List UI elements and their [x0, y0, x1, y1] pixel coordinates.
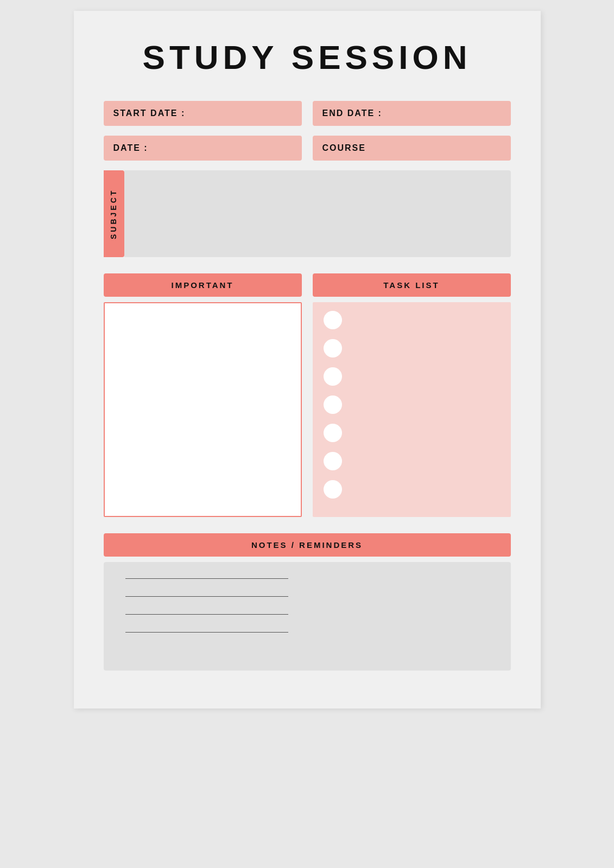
study-session-page: STUDY SESSION START DATE : END DATE : DA…: [74, 11, 541, 709]
subject-section: SUBJECT: [104, 170, 511, 257]
date-row-1: START DATE : END DATE :: [104, 101, 511, 126]
task-item[interactable]: [324, 311, 502, 329]
bottom-sections: IMPORTANT TASK LIST: [104, 273, 511, 517]
task-item[interactable]: [324, 452, 502, 470]
notes-line-2: [125, 596, 288, 597]
important-header: IMPORTANT: [104, 273, 302, 297]
task-item[interactable]: [324, 395, 502, 414]
tasklist-content-area: [313, 302, 511, 517]
notes-line-4: [125, 632, 288, 633]
task-checkbox[interactable]: [324, 395, 342, 414]
notes-header: NOTES / REMINDERS: [104, 533, 511, 557]
important-section: IMPORTANT: [104, 273, 302, 517]
tasklist-header: TASK LIST: [313, 273, 511, 297]
course-field[interactable]: COURSE: [313, 136, 511, 161]
subject-label: SUBJECT: [104, 170, 124, 257]
task-item[interactable]: [324, 339, 502, 358]
notes-line-3: [125, 614, 288, 615]
page-title: STUDY SESSION: [104, 38, 511, 76]
date-field[interactable]: DATE :: [104, 136, 302, 161]
task-item[interactable]: [324, 367, 502, 386]
date-row-2: DATE : COURSE: [104, 136, 511, 161]
task-checkbox[interactable]: [324, 452, 342, 470]
notes-content-area[interactable]: [104, 562, 511, 671]
task-checkbox[interactable]: [324, 311, 342, 329]
task-item[interactable]: [324, 424, 502, 442]
start-date-field[interactable]: START DATE :: [104, 101, 302, 126]
important-content-area[interactable]: [104, 302, 302, 517]
notes-line-1: [125, 578, 288, 579]
task-checkbox[interactable]: [324, 339, 342, 358]
task-checkbox[interactable]: [324, 424, 342, 442]
tasklist-section: TASK LIST: [313, 273, 511, 517]
task-checkbox[interactable]: [324, 480, 342, 499]
notes-section: NOTES / REMINDERS: [104, 533, 511, 671]
subject-content-area[interactable]: [124, 170, 511, 257]
task-item[interactable]: [324, 480, 502, 499]
task-checkbox[interactable]: [324, 367, 342, 386]
end-date-field[interactable]: END DATE :: [313, 101, 511, 126]
